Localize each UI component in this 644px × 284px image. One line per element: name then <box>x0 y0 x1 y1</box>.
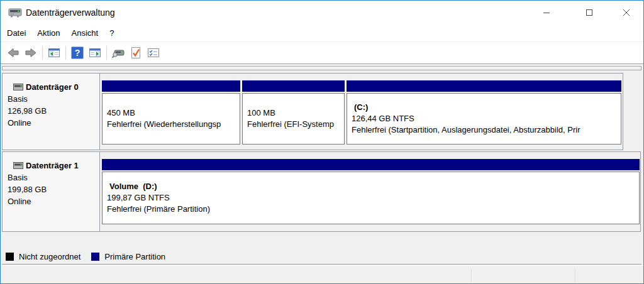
checklist-icon <box>147 47 160 58</box>
back-arrow-icon <box>7 47 19 58</box>
disk-row-0: Datenträger 0 Basis 126,98 GB Online 450… <box>2 73 623 150</box>
window-title: Datenträgerverwaltung <box>26 8 115 18</box>
partition-name: Volume (D:) <box>107 181 639 192</box>
title-bar: Datenträgerverwaltung <box>1 1 643 25</box>
disk-size: 126,98 GB <box>8 105 94 117</box>
partition-recovery[interactable]: 450 MB Fehlerfrei (Wiederherstellungsp <box>102 80 240 145</box>
rescan-disks-icon <box>111 46 125 59</box>
disk-label: Datenträger 0 <box>26 81 79 93</box>
disk-row-1: Datenträger 1 Basis 199,88 GB Online Vol… <box>2 151 641 232</box>
disk-label: Datenträger 1 <box>26 160 79 172</box>
help-button[interactable]: ? <box>69 45 86 61</box>
disk-0-header-panel[interactable]: Datenträger 0 Basis 126,98 GB Online <box>3 74 100 150</box>
close-icon <box>623 9 630 16</box>
partition-status: Fehlerfrei (Wiederherstellungsp <box>107 119 240 130</box>
menu-item-ansicht[interactable]: Ansicht <box>66 25 104 41</box>
menu-bar: Datei Aktion Ansicht ? <box>1 25 643 42</box>
partition-size: 199,87 GB NTFS <box>107 192 639 204</box>
toolbar-separator <box>65 46 66 60</box>
disk-icon <box>13 162 23 169</box>
disk-size: 199,88 GB <box>8 183 94 195</box>
partition-c[interactable]: (C:) 126,44 GB NTFS Fehlerfrei (Startpar… <box>347 80 621 145</box>
check-document-button[interactable] <box>127 45 145 61</box>
partition-color-bar <box>102 80 240 92</box>
rescan-disks-button[interactable] <box>109 45 127 61</box>
partition-size: 126,44 GB NTFS <box>352 113 621 124</box>
partition-efi[interactable]: 100 MB Fehlerfrei (EFI-Systemp <box>242 80 345 145</box>
check-document-icon <box>130 46 142 59</box>
forward-button[interactable] <box>22 45 40 61</box>
back-button[interactable] <box>4 45 22 61</box>
maximize-icon <box>586 9 593 16</box>
minimize-icon <box>543 9 550 16</box>
partition-color-bar <box>102 159 640 170</box>
disk-management-window: Datenträgerverwaltung Datei Aktion Ansic… <box>0 0 644 284</box>
partition-size: 100 MB <box>247 107 344 119</box>
toolbar-separator <box>106 46 107 60</box>
partition-status: Fehlerfrei (EFI-Systemp <box>247 119 344 130</box>
pane-splitter[interactable] <box>2 66 641 70</box>
disk-1-graphical-view: Volume (D:) 199,87 GB NTFS Fehlerfrei (P… <box>100 152 640 231</box>
legend-swatch-primary-partition <box>91 253 99 261</box>
forward-arrow-icon <box>25 47 37 58</box>
disk-status: Online <box>8 117 94 129</box>
menu-item-hilfe[interactable]: ? <box>104 25 119 41</box>
partition-status: Fehlerfrei (Startpartition, Auslagerungs… <box>352 124 621 136</box>
show-action-pane-button[interactable] <box>86 45 104 61</box>
legend-label-unallocated: Nicht zugeordnet <box>19 252 80 261</box>
checklist-button[interactable] <box>145 45 162 61</box>
maximize-button[interactable] <box>575 1 604 25</box>
status-bar-divider <box>471 269 472 282</box>
partition-name: (C:) <box>352 102 621 113</box>
status-bar-divider <box>575 269 575 282</box>
partition-status: Fehlerfrei (Primäre Partition) <box>107 204 639 215</box>
legend-swatch-unallocated <box>6 253 14 261</box>
disk-0-graphical-view: 450 MB Fehlerfrei (Wiederherstellungsp 1… <box>100 74 623 150</box>
toolbar-separator <box>42 46 43 60</box>
svg-text:?: ? <box>75 48 80 58</box>
disk-type: Basis <box>8 172 94 183</box>
disk-icon <box>13 84 23 90</box>
partition-color-bar <box>347 80 621 92</box>
show-console-tree-button[interactable] <box>45 45 63 61</box>
menu-item-datei[interactable]: Datei <box>1 25 31 41</box>
disk-type: Basis <box>8 93 94 105</box>
menu-item-aktion[interactable]: Aktion <box>31 25 65 41</box>
action-pane-icon <box>89 47 101 58</box>
disk-status: Online <box>8 195 94 207</box>
help-icon: ? <box>71 46 84 59</box>
disk-1-header-panel[interactable]: Datenträger 1 Basis 199,88 GB Online <box>3 152 100 231</box>
legend-bar: Nicht zugeordnet Primäre Partition <box>2 249 641 265</box>
console-tree-icon <box>48 47 60 58</box>
legend-label-primary-partition: Primäre Partition <box>104 252 165 261</box>
close-button[interactable] <box>612 1 641 25</box>
disk-drive-app-icon <box>8 7 22 18</box>
status-bar <box>1 265 643 283</box>
minimize-button[interactable] <box>532 1 561 25</box>
partition-color-bar <box>242 80 345 92</box>
toolbar: ? <box>1 42 643 64</box>
partition-d[interactable]: Volume (D:) 199,87 GB NTFS Fehlerfrei (P… <box>102 159 640 224</box>
partition-size: 450 MB <box>107 107 240 119</box>
